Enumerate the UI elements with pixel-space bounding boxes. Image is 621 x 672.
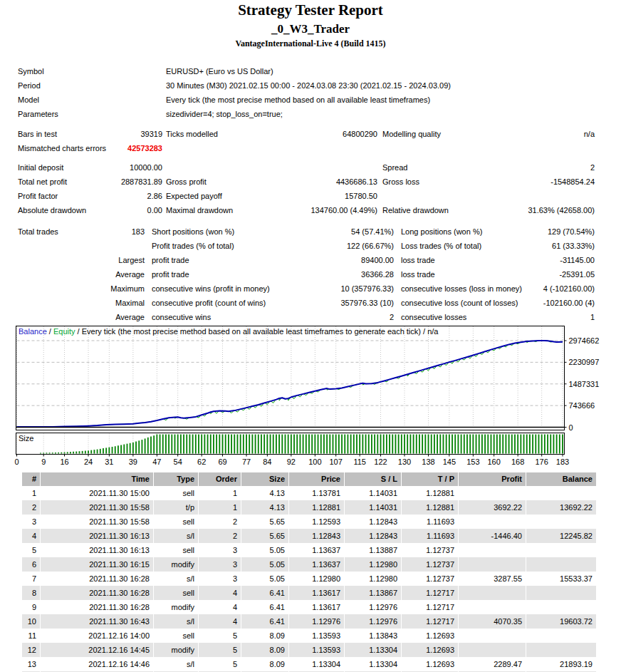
trade-cell: 13 bbox=[22, 657, 40, 671]
trade-cell: 2021.12.16 14:45 bbox=[41, 643, 153, 657]
trade-cell: 3 bbox=[199, 572, 241, 586]
trade-cell: sell bbox=[154, 543, 198, 557]
y-axis-label: 0 bbox=[569, 423, 573, 432]
column-header-sl: S / L bbox=[345, 472, 401, 486]
trade-cell: 2021.11.30 16:43 bbox=[41, 614, 153, 629]
trade-cell: 2 bbox=[199, 529, 241, 543]
x-axis-label: 54 bbox=[174, 458, 182, 466]
stat-cell: SymbolEURUSD+ (Euro vs US Dollar) bbox=[18, 64, 580, 78]
trade-cell: 4070.35 bbox=[459, 614, 526, 629]
trade-cell: s/l bbox=[154, 529, 198, 543]
modelling-section: Bars in test39319Ticks modelled64800290M… bbox=[0, 127, 621, 155]
trades-table: #TimeTypeOrderSizePriceS / LT / PProfitB… bbox=[21, 472, 597, 672]
trade-cell: s/l bbox=[154, 614, 198, 629]
x-axis-label: 39 bbox=[129, 458, 137, 466]
trade-row: 112021.12.16 14:00sell58.091.135931.1384… bbox=[22, 629, 596, 643]
trade-cell bbox=[459, 586, 526, 600]
stat-value: 2 bbox=[390, 310, 394, 324]
trade-cell bbox=[459, 643, 526, 657]
x-axis-label: 107 bbox=[329, 458, 342, 466]
stat-value: Average bbox=[115, 310, 145, 324]
stat-value: 10000.00 bbox=[130, 160, 162, 175]
x-axis-label: 153 bbox=[466, 458, 479, 466]
stat-cell: Relative drawdown31.63% (42658.00) bbox=[382, 203, 595, 217]
stat-label: Relative drawdown bbox=[382, 203, 449, 217]
trade-cell: 1.14031 bbox=[345, 500, 401, 515]
x-axis-label: 16 bbox=[60, 458, 68, 466]
trade-cell: 2 bbox=[22, 500, 40, 515]
stat-cell: consecutive wins2 bbox=[152, 310, 394, 324]
trade-row: 22021.11.30 15:58t/p14.131.128811.140311… bbox=[22, 500, 596, 515]
stat-value: -31145.00 bbox=[560, 253, 595, 267]
trade-cell bbox=[526, 557, 596, 572]
trade-cell: 8 bbox=[22, 586, 40, 600]
trade-cell: 2021.12.16 14:46 bbox=[41, 657, 153, 671]
stat-cell: Gross profit4436686.13 bbox=[166, 175, 377, 189]
stat-label: Maximal drawdown bbox=[166, 203, 233, 217]
stat-value: 2.86 bbox=[147, 189, 162, 203]
stat-value: EURUSD+ (Euro vs US Dollar) bbox=[166, 64, 580, 78]
trade-cell: s/l bbox=[154, 572, 198, 586]
trade-cell bbox=[459, 543, 526, 557]
x-axis-label: 92 bbox=[287, 458, 296, 466]
stat-cell: Profit trades (% of total)122 (66.67%) bbox=[152, 239, 394, 253]
x-axis-label: 77 bbox=[242, 458, 251, 466]
trade-cell: 1.12881 bbox=[402, 500, 458, 515]
stat-label: profit trade bbox=[152, 267, 189, 281]
stat-cell bbox=[382, 141, 595, 155]
x-axis-label: 24 bbox=[84, 458, 93, 466]
trade-cell: 1.12737 bbox=[402, 572, 458, 586]
stat-cell: Maximal bbox=[18, 296, 145, 310]
trade-cell: sell bbox=[154, 629, 198, 643]
trade-cell: 1.14031 bbox=[345, 486, 401, 500]
trade-cell: 2021.11.30 16:28 bbox=[41, 600, 153, 614]
x-axis-label: 100 bbox=[308, 458, 321, 466]
stat-label: Mismatched charts errors bbox=[18, 141, 106, 155]
trade-cell: s/l bbox=[154, 657, 198, 671]
trades-table-header: #TimeTypeOrderSizePriceS / LT / PProfitB… bbox=[22, 472, 596, 486]
stat-cell: consecutive loss (count of losses)-10216… bbox=[401, 296, 595, 310]
trade-cell: 1.12980 bbox=[345, 572, 401, 586]
stat-label: consecutive wins (profit in money) bbox=[152, 281, 270, 296]
trade-cell bbox=[526, 629, 596, 643]
trade-stats-section: Total trades183Short positions (won %)54… bbox=[0, 224, 621, 324]
trade-cell: 2021.11.30 16:15 bbox=[41, 557, 153, 572]
trade-cell: 1.12881 bbox=[289, 500, 344, 515]
trade-cell: 15533.37 bbox=[526, 572, 596, 586]
trade-row: 102021.11.30 16:43s/l46.411.129761.12976… bbox=[22, 614, 596, 629]
trade-cell bbox=[459, 629, 526, 643]
trade-cell: 10 bbox=[22, 614, 40, 629]
trade-cell: 1.12881 bbox=[402, 486, 458, 500]
trade-cell: 2021.11.30 15:58 bbox=[41, 515, 153, 529]
stat-cell bbox=[18, 239, 145, 253]
trade-cell bbox=[526, 586, 596, 600]
trade-cell: 5.05 bbox=[241, 543, 288, 557]
size-panel-label: Size bbox=[19, 434, 33, 443]
trade-cell: 2021.11.30 15:58 bbox=[41, 500, 153, 515]
stat-value: Maximum bbox=[110, 281, 145, 296]
stat-cell: Ticks modelled64800290 bbox=[166, 127, 377, 141]
stat-value: 183 bbox=[132, 224, 145, 239]
trade-cell: 19603.72 bbox=[526, 614, 596, 629]
stat-label: Gross profit bbox=[166, 175, 207, 189]
stat-cell: Parameterssizedivider=4; stop_loss_on=tr… bbox=[18, 107, 580, 121]
trade-cell: 2021.11.30 16:28 bbox=[41, 586, 153, 600]
stat-cell: Gross loss-1548854.24 bbox=[382, 175, 595, 189]
column-header-tp: T / P bbox=[402, 472, 458, 486]
x-axis-label: 115 bbox=[353, 458, 366, 466]
trade-stats-row: Averageprofit trade36366.28loss trade-25… bbox=[0, 267, 621, 281]
column-header-type: Type bbox=[154, 472, 198, 486]
stat-label: Long positions (won %) bbox=[401, 224, 482, 239]
stat-value: -102160.00 (4) bbox=[543, 296, 595, 310]
stat-value: 54 (57.41%) bbox=[351, 224, 394, 239]
trade-cell: 5 bbox=[199, 629, 241, 643]
column-header-time: Time bbox=[41, 472, 153, 486]
trade-cell: 2 bbox=[199, 515, 241, 529]
column-header-price: Price bbox=[289, 472, 344, 486]
trade-cell: 6.41 bbox=[241, 600, 288, 614]
stat-label: loss trade bbox=[401, 267, 435, 281]
trade-cell: 1.12980 bbox=[345, 557, 401, 572]
stat-cell bbox=[166, 141, 377, 155]
trade-cell: 6.41 bbox=[241, 614, 288, 629]
results-row: Initial deposit10000.00Spread2 bbox=[0, 160, 621, 175]
